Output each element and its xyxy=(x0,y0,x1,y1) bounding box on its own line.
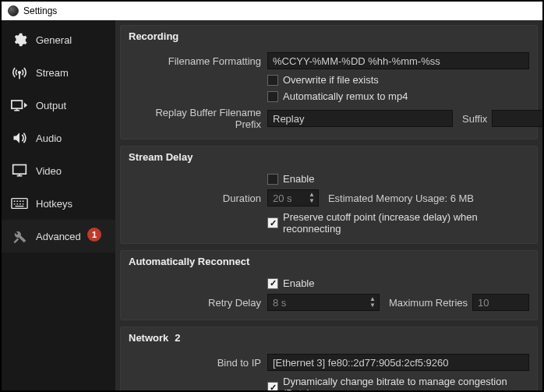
sidebar-item-general[interactable]: General xyxy=(2,23,115,56)
max-retries-label: Maximum Retries xyxy=(389,297,468,309)
remux-label: Automatically remux to mp4 xyxy=(283,90,408,102)
network-group: Network 2 Bind to IP Dynamically change … xyxy=(120,327,538,390)
monitor-icon xyxy=(11,162,28,179)
overwrite-label: Overwrite if file exists xyxy=(283,74,379,86)
stream-delay-title: Stream Delay xyxy=(121,147,537,171)
replay-prefix-input[interactable] xyxy=(267,110,453,127)
sidebar-item-audio[interactable]: Audio xyxy=(2,122,115,154)
sidebar-item-advanced[interactable]: Advanced 1 xyxy=(2,220,115,253)
duration-label: Duration xyxy=(129,192,261,204)
replay-prefix-label: Replay Buffer Filename Prefix xyxy=(129,107,261,130)
stream-delay-enable-checkbox[interactable] xyxy=(267,174,278,185)
sidebar-item-label: Advanced xyxy=(36,231,81,242)
filename-formatting-label: Filename Formatting xyxy=(129,55,261,67)
auto-reconnect-enable-checkbox[interactable] xyxy=(267,278,278,289)
antenna-icon xyxy=(11,64,28,81)
svg-rect-1 xyxy=(12,101,23,108)
bind-ip-select[interactable] xyxy=(267,354,529,371)
filename-formatting-input[interactable] xyxy=(267,52,529,69)
svg-rect-2 xyxy=(13,165,26,175)
sidebar-item-label: Hotkeys xyxy=(36,198,72,210)
dynamic-bitrate-label: Dynamically change bitrate to manage con… xyxy=(283,376,529,390)
spinner-arrows-icon[interactable]: ▲▼ xyxy=(306,192,318,204)
sidebar-item-label: Stream xyxy=(36,67,69,79)
stream-delay-enable-label: Enable xyxy=(283,173,314,185)
settings-main: Recording Filename Formatting Overwrite … xyxy=(115,20,542,390)
gear-icon xyxy=(11,31,28,48)
sidebar-item-stream[interactable]: Stream xyxy=(2,56,115,89)
titlebar: Settings xyxy=(2,2,542,20)
sidebar-item-video[interactable]: Video xyxy=(2,154,115,187)
suffix-label: Suffix xyxy=(462,113,487,125)
network-title: Network xyxy=(129,332,168,344)
speaker-icon xyxy=(11,129,28,147)
auto-reconnect-title: Automatically Reconnect xyxy=(121,251,537,275)
dynamic-bitrate-checkbox[interactable] xyxy=(267,382,278,390)
annotation-badge-2: 2 xyxy=(175,332,180,344)
window-title: Settings xyxy=(23,5,57,16)
annotation-badge-1: 1 xyxy=(87,228,101,242)
sidebar-item-hotkeys[interactable]: Hotkeys xyxy=(2,187,115,220)
retry-delay-label: Retry Delay xyxy=(129,297,261,309)
stream-delay-group: Stream Delay Enable Duration 20 s ▲▼ Est… xyxy=(120,146,538,244)
sidebar: General Stream Output Audio Video xyxy=(2,20,115,390)
remux-checkbox[interactable] xyxy=(267,91,278,102)
preserve-cutoff-checkbox[interactable] xyxy=(267,217,278,228)
recording-group: Recording Filename Formatting Overwrite … xyxy=(120,25,538,139)
preserve-cutoff-label: Preserve cutoff point (increase delay) w… xyxy=(283,211,529,235)
bind-ip-label: Bind to IP xyxy=(129,357,261,369)
max-retries-spinbox[interactable]: 10 xyxy=(472,294,529,311)
output-icon xyxy=(11,97,28,114)
overwrite-checkbox[interactable] xyxy=(267,75,278,86)
sidebar-item-label: Audio xyxy=(36,132,62,144)
auto-reconnect-group: Automatically Reconnect Enable Retry Del… xyxy=(120,250,538,320)
auto-reconnect-enable-label: Enable xyxy=(283,277,314,289)
tools-icon xyxy=(11,228,28,245)
sidebar-item-label: General xyxy=(36,34,72,46)
duration-spinbox[interactable]: 20 s ▲▼ xyxy=(267,189,319,207)
svg-rect-3 xyxy=(12,199,27,209)
app-icon xyxy=(8,5,19,16)
memory-usage-label: Estimated Memory Usage: 6 MB xyxy=(328,192,474,204)
spinner-arrows-icon[interactable]: ▲▼ xyxy=(366,296,379,309)
sidebar-item-label: Video xyxy=(36,165,62,177)
keyboard-icon xyxy=(11,195,28,212)
sidebar-item-label: Output xyxy=(36,100,66,111)
recording-title: Recording xyxy=(121,26,537,50)
retry-delay-spinbox[interactable]: 8 s ▲▼ xyxy=(267,294,380,311)
sidebar-item-output[interactable]: Output xyxy=(2,89,115,122)
suffix-input[interactable] xyxy=(492,110,542,127)
